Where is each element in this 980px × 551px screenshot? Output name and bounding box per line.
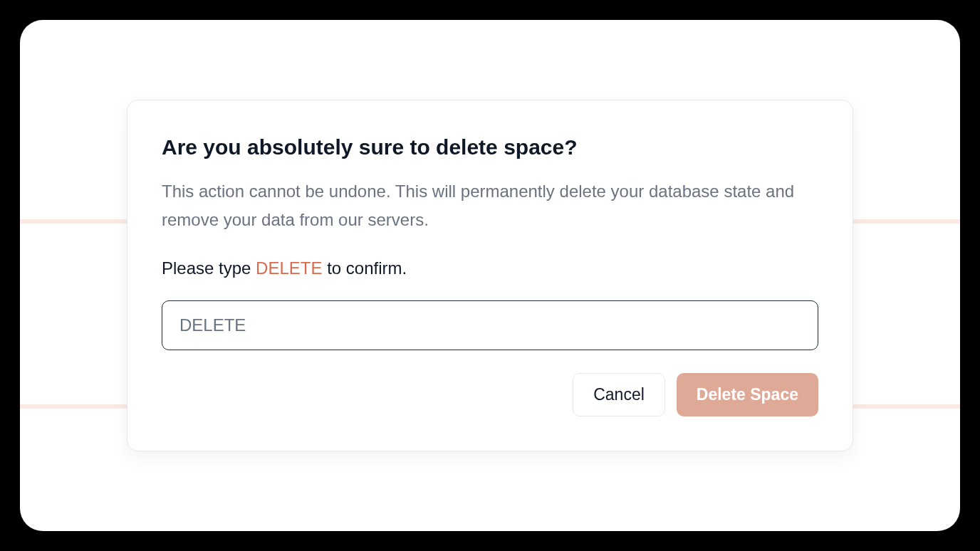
cancel-button[interactable]: Cancel bbox=[573, 373, 665, 416]
confirm-prompt: Please type DELETE to confirm. bbox=[162, 256, 818, 280]
confirm-prompt-suffix: to confirm. bbox=[322, 258, 407, 278]
confirm-keyword: DELETE bbox=[256, 258, 322, 278]
outer-panel: Are you absolutely sure to delete space?… bbox=[20, 20, 960, 531]
button-row: Cancel Delete Space bbox=[162, 373, 818, 416]
confirm-input[interactable] bbox=[162, 300, 818, 350]
delete-space-button[interactable]: Delete Space bbox=[677, 373, 818, 416]
delete-confirmation-dialog: Are you absolutely sure to delete space?… bbox=[127, 100, 853, 451]
dialog-title: Are you absolutely sure to delete space? bbox=[162, 135, 818, 160]
dialog-description: This action cannot be undone. This will … bbox=[162, 177, 818, 233]
confirm-prompt-prefix: Please type bbox=[162, 258, 256, 278]
